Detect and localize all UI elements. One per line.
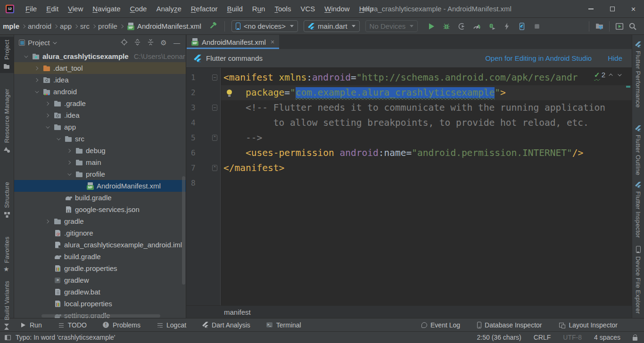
tree-item-local-properties[interactable]: local.properties <box>14 298 186 310</box>
build-hammer-button[interactable] <box>207 20 220 33</box>
chevron-right-icon[interactable] <box>42 114 51 117</box>
tree-item-profile[interactable]: profile <box>14 168 186 180</box>
stop-button[interactable] <box>530 20 544 33</box>
locate-target-button[interactable] <box>119 39 129 47</box>
tree-item-androidmanifest-xml[interactable]: MFAndroidManifest.xml <box>14 180 186 192</box>
hot-reload-lightning-button[interactable] <box>500 20 513 33</box>
chevron-right-icon[interactable] <box>42 220 51 223</box>
code-text[interactable]: to allow setting breakpoints, to provide… <box>221 115 632 131</box>
toolwindow-terminal[interactable]: Terminal <box>266 321 301 329</box>
hide-panel-button[interactable]: — <box>172 39 182 47</box>
tab-androidmanifest[interactable]: MF AndroidManifest.xml × <box>187 35 279 49</box>
flutter-devtools-button[interactable] <box>515 20 528 33</box>
code-text[interactable]: package="com.example.alura_crashlyticsex… <box>221 85 632 100</box>
tree-item-alura-crashlyticsexample-android-iml[interactable]: alura_crashlyticsexample_android.iml <box>14 239 186 251</box>
breadcrumb-file[interactable]: MF AndroidManifest.xml <box>127 22 201 30</box>
flutter-device-combo[interactable]: No Devices <box>365 20 418 32</box>
code-text[interactable]: <manifest xmlns:android="http://schemas.… <box>221 70 632 85</box>
tool-button-flutter-inspector[interactable]: Flutter Inspector <box>632 179 644 241</box>
minimize-button[interactable] <box>580 0 602 18</box>
tree-item-debug[interactable]: debug <box>14 145 186 156</box>
code-text[interactable]: --> <box>221 131 632 146</box>
chevron-right-icon[interactable] <box>32 79 41 82</box>
chevron-right-icon[interactable] <box>64 161 73 164</box>
tree-item-main[interactable]: main <box>14 156 186 168</box>
tree-item-src[interactable]: src <box>14 133 186 145</box>
toolwindow-switcher-icon[interactable] <box>5 335 11 340</box>
chevron-down-icon[interactable] <box>64 173 73 176</box>
tree-item-android[interactable]: android <box>14 86 186 98</box>
device-selector-combo[interactable]: <no devices> <box>231 20 298 32</box>
chevron-down-icon[interactable] <box>21 55 30 58</box>
chevron-down-icon[interactable] <box>42 126 51 129</box>
code-text[interactable]: <uses-permission android:name="android.p… <box>221 146 632 161</box>
menu-tools[interactable]: Tools <box>270 0 296 18</box>
horizontal-scrollbar[interactable] <box>41 314 160 318</box>
menu-code[interactable]: Code <box>125 0 152 18</box>
collapse-all-button[interactable] <box>145 39 156 47</box>
project-panel-title[interactable]: Project <box>28 39 50 47</box>
indent-setting[interactable]: 4 spaces <box>594 334 620 341</box>
breadcrumb-item-src[interactable]: src <box>79 22 91 30</box>
toolwindow-logcat[interactable]: Logcat <box>157 321 186 329</box>
code-editor[interactable]: 1–<manifest xmlns:android="http://schema… <box>186 68 632 305</box>
prev-problem-icon[interactable] <box>609 74 612 77</box>
error-stripe-mark[interactable] <box>626 86 630 88</box>
toolwindow-problems[interactable]: Problems <box>103 321 140 329</box>
chevron-right-icon[interactable] <box>42 102 51 105</box>
tree-item-gradle-properties[interactable]: gradle.properties <box>14 262 186 274</box>
fold-end-marker-icon[interactable]: ^ <box>212 135 217 141</box>
tree-item-idea[interactable]: .idea <box>14 109 186 121</box>
menu-file[interactable]: File <box>21 0 41 18</box>
menu-view[interactable]: View <box>63 0 88 18</box>
breadcrumb-item-app[interactable]: app <box>59 22 73 30</box>
debug-button[interactable] <box>440 20 453 33</box>
chevron-right-icon[interactable] <box>32 67 41 70</box>
expand-all-button[interactable] <box>132 39 142 47</box>
toolwindow-run[interactable]: Run <box>20 321 42 329</box>
breadcrumb-manifest[interactable]: manifest <box>224 308 251 316</box>
tool-button-build-variants[interactable]: Build Variants <box>0 278 14 333</box>
chevron-down-icon[interactable] <box>53 138 62 140</box>
breadcrumb-item-mple[interactable]: mple <box>2 22 20 30</box>
toolwindow-event-log[interactable]: Event Log <box>421 321 460 329</box>
hide-banner-link[interactable]: Hide <box>608 54 622 62</box>
run-config-combo[interactable]: main.dart <box>304 20 360 32</box>
tool-button-project[interactable]: Project <box>0 37 14 73</box>
chevron-right-icon[interactable] <box>64 149 73 152</box>
fold-marker-icon[interactable]: – <box>212 74 217 81</box>
toolwindow-layout-inspector[interactable]: Layout Inspector <box>559 321 618 329</box>
tree-item-idea[interactable]: .idea <box>14 74 186 86</box>
tool-button-resource-manager[interactable]: Resource Manager <box>0 86 14 156</box>
tree-item-app[interactable]: app <box>14 121 186 133</box>
tree-item-gradle[interactable]: .gradle <box>14 98 186 109</box>
tool-button-favorites[interactable]: Favorites <box>0 234 14 276</box>
tree-item-gitignore[interactable]: .gitignore <box>14 227 186 239</box>
file-encoding[interactable]: UTF-8 <box>563 334 582 341</box>
close-tab-icon[interactable]: × <box>271 38 274 46</box>
tool-button-structure[interactable]: Structure <box>0 179 14 221</box>
toolwindow-dart-analysis[interactable]: Dart Analysis <box>202 321 250 329</box>
toolwindow-todo[interactable]: TODO <box>58 321 87 329</box>
menu-navigate[interactable]: Navigate <box>88 0 125 18</box>
menu-window[interactable]: Window <box>320 0 354 18</box>
inspection-widget[interactable]: ✓ 2 <box>594 71 620 79</box>
tree-item-google-services-json[interactable]: {}google-services.json <box>14 204 186 215</box>
attach-debugger-button[interactable] <box>485 20 498 33</box>
menu-analyze[interactable]: Analyze <box>151 0 186 18</box>
tool-button-flutter-outline[interactable]: Flutter Outline <box>632 122 644 178</box>
search-everywhere-button[interactable] <box>626 20 639 33</box>
menu-edit[interactable]: Edit <box>41 0 63 18</box>
menu-refactor[interactable]: Refactor <box>186 0 223 18</box>
tree-item-dart-tool[interactable]: .dart_tool <box>14 62 186 74</box>
device-manager-button[interactable] <box>613 20 626 33</box>
code-text[interactable] <box>221 176 632 191</box>
settings-gear-button[interactable]: ⚙ <box>158 39 169 47</box>
profile-gauge-button[interactable] <box>470 20 483 33</box>
tree-item-gradle[interactable]: gradle <box>14 215 186 227</box>
readonly-lock-icon[interactable] <box>633 337 637 341</box>
tool-button-device-file-explorer[interactable]: Device File Explorer <box>632 243 644 317</box>
menu-vcs[interactable]: VCS <box>296 0 320 18</box>
tree-item-gradlew-bat[interactable]: gradlew.bat <box>14 286 186 298</box>
tree-item-gradlew[interactable]: >gradlew <box>14 274 186 286</box>
